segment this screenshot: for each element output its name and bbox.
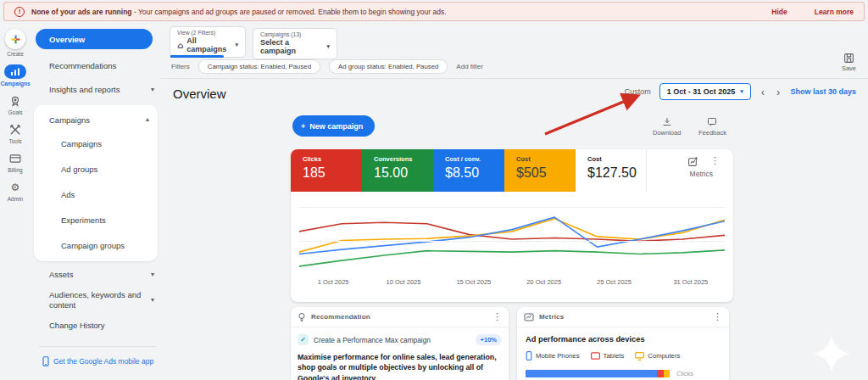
card-title: Recommendation <box>311 313 370 321</box>
create-plus-icon <box>5 29 25 49</box>
rail-label: Admin <box>8 196 23 202</box>
computer-icon <box>635 352 644 360</box>
scorecard-clicks[interactable]: Clicks 185 <box>291 149 362 192</box>
sidebar-item-ad-groups[interactable]: Ad groups <box>61 165 97 174</box>
legend-tablets[interactable]: Tablets <box>591 352 625 360</box>
campaigns-icon <box>4 64 26 79</box>
uplift-badge: +10% <box>476 334 502 345</box>
sidebar-item-insights[interactable]: Insights and reports ▾ <box>49 85 154 94</box>
tools-icon <box>8 123 22 137</box>
rail-label: Tools <box>8 138 21 144</box>
dropdown-caret-icon: ▾ <box>740 88 743 95</box>
next-period-button[interactable]: › <box>775 86 782 98</box>
filter-chip-campaign-status[interactable]: Campaign status: Enabled, Paused <box>198 59 320 74</box>
sidebar-item-change-history[interactable]: Change History <box>49 321 154 330</box>
metrics-chart-icon <box>687 156 698 167</box>
mobile-app-link[interactable]: Get the Google Ads mobile app <box>42 356 153 366</box>
billing-icon <box>8 152 22 165</box>
page-title: Overview <box>173 87 226 101</box>
time-series-chart[interactable] <box>299 204 725 275</box>
x-tick: 1 Oct 2025 <box>318 278 349 286</box>
scorecard-cost-secondary[interactable]: Cost $127.50 <box>576 149 647 192</box>
bar-segment <box>664 370 670 377</box>
sidebar-item-campaigns[interactable]: Campaigns <box>61 139 102 148</box>
recommendation-item[interactable]: ✓ Create a Performance Max campaign +10% <box>291 327 509 345</box>
kebab-menu-icon[interactable]: ⋮ <box>713 312 722 321</box>
main-content: View (2 Filters) ⌂ All campaigns ▾ Campa… <box>161 22 868 380</box>
sidebar-item-assets[interactable]: Assets ▾ <box>49 270 154 279</box>
rail-label: Campaigns <box>0 81 30 87</box>
devices-metrics-card: Metrics ⋮ Ad performance across devices … <box>517 307 729 380</box>
new-campaign-button[interactable]: + New campaign <box>292 115 375 137</box>
filter-chip-ad-group-status[interactable]: Ad group status: Enabled, Paused <box>329 59 448 74</box>
legend-computers[interactable]: Computers <box>635 352 680 360</box>
gridline <box>299 207 725 208</box>
card-title: Metrics <box>539 313 564 321</box>
chevron-down-icon: ▾ <box>151 271 154 278</box>
goals-icon <box>8 94 22 108</box>
x-tick: 10 Oct 2025 <box>387 278 421 286</box>
secondary-sidebar: Overview Recommendations Insights and re… <box>31 22 161 380</box>
scorecard-conversions[interactable]: Conversions 15.00 <box>362 149 433 192</box>
scorecard-cost-per-conv[interactable]: Cost / conv. $8.50 <box>433 149 504 192</box>
sidebar-item-campaign-groups[interactable]: Campaign groups <box>61 241 125 250</box>
rail-label: Create <box>7 51 24 57</box>
learn-more-link[interactable]: Learn more <box>815 8 854 16</box>
gridline <box>299 241 725 242</box>
admin-gear-icon: ⚙ <box>8 181 22 194</box>
add-filter-button[interactable]: Add filter <box>456 63 483 70</box>
rail-item-campaigns[interactable]: Campaigns <box>0 64 30 87</box>
view-selector[interactable]: View (2 Filters) ⌂ All campaigns ▾ <box>170 26 246 58</box>
filters-bar: Filters Campaign status: Enabled, Paused… <box>171 59 483 74</box>
devices-heading: Ad performance across devices <box>517 327 729 344</box>
download-button[interactable]: Download <box>653 117 681 137</box>
sidebar-item-experiments[interactable]: Experiments <box>61 215 106 225</box>
save-icon <box>843 53 854 64</box>
sidebar-group-campaigns[interactable]: Campaigns ▴ <box>49 115 149 125</box>
rail-item-admin[interactable]: ⚙ Admin <box>8 181 23 202</box>
scorecard-cost[interactable]: Cost $505 <box>504 149 576 192</box>
chart-lines <box>299 204 725 275</box>
date-range-selector[interactable]: 1 Oct - 31 Oct 2025 ▾ <box>659 83 751 100</box>
alert-message: - Your campaigns and ad groups are pause… <box>134 8 447 16</box>
toolbar-divider <box>161 78 868 79</box>
rail-item-tools[interactable]: Tools <box>8 123 22 144</box>
x-axis-ticks: 1 Oct 2025 10 Oct 2025 15 Oct 2025 20 Oc… <box>299 278 725 288</box>
kebab-menu-icon[interactable]: ⋮ <box>710 156 720 167</box>
rail-item-create[interactable]: Create <box>5 29 25 57</box>
recommendation-body: Maximise performance for online sales, l… <box>291 345 509 380</box>
alert-icon: ! <box>14 7 25 17</box>
feedback-button[interactable]: Feedback <box>698 117 726 137</box>
sidebar-divider <box>39 346 156 347</box>
x-tick: 15 Oct 2025 <box>456 278 491 286</box>
icon-rail: Create Campaigns Goals Tools <box>0 22 31 380</box>
metrics-card-icon <box>524 313 534 321</box>
sidebar-item-recommendations[interactable]: Recommendations <box>49 61 154 70</box>
sidebar-item-ads[interactable]: Ads <box>61 190 75 199</box>
save-button[interactable]: Save <box>842 53 856 72</box>
show-last-30-days-link[interactable]: Show last 30 days <box>790 87 856 96</box>
chevron-down-icon: ▾ <box>151 86 154 93</box>
tablet-icon <box>591 352 600 360</box>
devices-stacked-bar[interactable] <box>526 370 670 377</box>
sidebar-item-audiences[interactable]: Audiences, keywords and content ▾ <box>49 290 154 311</box>
dropdown-caret-icon: ▾ <box>326 43 330 50</box>
campaign-selector[interactable]: Campaigns (13) Select a campaign ▾ <box>253 28 337 59</box>
metrics-picker[interactable]: ⋮ Metrics <box>648 156 725 178</box>
feedback-icon <box>707 117 717 127</box>
kebab-menu-icon[interactable]: ⋮ <box>492 312 502 321</box>
bar-axis-label: Clicks <box>676 370 693 377</box>
chevron-up-icon: ▴ <box>146 115 149 125</box>
hide-button[interactable]: Hide <box>771 8 787 16</box>
prev-period-button[interactable]: ‹ <box>760 86 766 98</box>
date-controls: Custom 1 Oct - 31 Oct 2025 ▾ ‹ › Show la… <box>625 83 856 100</box>
download-icon <box>662 117 672 127</box>
alert-title: None of your ads are running <box>31 8 132 16</box>
rail-item-goals[interactable]: Goals <box>8 94 23 115</box>
sidebar-item-overview[interactable]: Overview <box>36 29 153 49</box>
legend-mobile-phones[interactable]: Mobile Phones <box>526 351 580 360</box>
alert-text: None of your ads are running - Your camp… <box>31 8 447 16</box>
rail-item-billing[interactable]: Billing <box>8 152 22 173</box>
lightbulb-icon <box>298 312 306 322</box>
phone-icon <box>42 356 49 366</box>
